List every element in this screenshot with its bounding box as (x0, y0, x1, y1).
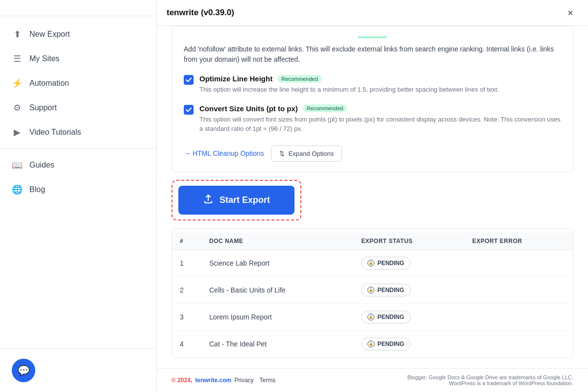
cell-error (465, 330, 573, 357)
check-icon (186, 77, 192, 82)
nofollow-description: Add 'nofollow' attribute to external lin… (184, 44, 561, 65)
sidebar-header (0, 0, 156, 16)
footer-copyright: © 2024, (172, 377, 192, 384)
cell-error (465, 249, 573, 276)
scroll-container[interactable]: Add 'nofollow' attribute to external lin… (157, 26, 588, 368)
cell-num: 2 (172, 276, 201, 303)
status-badge: 🔒 PENDING (361, 284, 411, 296)
pending-icon: 🔒 (368, 260, 374, 267)
cell-error (465, 303, 573, 330)
status-badge: 🔒 PENDING (361, 338, 411, 350)
sidebar-item-my-sites[interactable]: ☰ My Sites (0, 47, 156, 71)
footer-links: Privacy Terms (234, 377, 275, 384)
option-optimize-line-height: Optimize Line Height Recommended This op… (184, 74, 561, 95)
sidebar-item-guides[interactable]: 📖 Guides (0, 153, 156, 177)
expand-icon: ⇅ (279, 150, 285, 157)
cell-doc-name: Science Lab Report (201, 249, 353, 276)
export-section: Start Export (172, 180, 573, 220)
table-row: 3 Lorem Ipsum Report 🔒 PENDING (172, 303, 573, 330)
expand-options-button[interactable]: ⇅ Expand Options (271, 146, 343, 162)
option-title-size-units: Convert Size Units (pt to px) Recommende… (199, 104, 561, 113)
cell-doc-name: Cat - The Ideal Pet (201, 330, 353, 357)
privacy-link[interactable]: Privacy (234, 377, 253, 384)
cell-num: 1 (172, 249, 201, 276)
footer-left: © 2024, tenwrite.com Privacy Terms (172, 377, 275, 384)
sidebar-item-support[interactable]: ⚙ Support (0, 96, 156, 120)
sidebar: ⬆ New Export ☰ My Sites ⚡ Automation ⚙ S… (0, 0, 157, 392)
cell-doc-name: Cells - Basic Units of Life (201, 276, 353, 303)
sidebar-label-support: Support (29, 103, 57, 112)
book-icon: 📖 (12, 160, 23, 171)
col-export-error: EXPORT ERROR (465, 233, 573, 250)
chat-button[interactable]: 💬 (12, 359, 35, 382)
html-cleanup-link[interactable]: → HTML Cleanup Options (184, 149, 264, 157)
check-icon (186, 107, 192, 112)
checkbox-optimize-line-height[interactable] (184, 75, 194, 85)
chat-icon: 💬 (18, 365, 30, 376)
table-row: 2 Cells - Basic Units of Life 🔒 PENDING (172, 276, 573, 303)
globe-icon: 🌐 (12, 184, 23, 195)
options-section: Add 'nofollow' attribute to external lin… (172, 26, 573, 172)
option-desc-line-height: This option will increase the line heigh… (199, 85, 561, 95)
option-convert-size-units: Convert Size Units (pt to px) Recommende… (184, 104, 561, 134)
main-content: tenwrite (v0.39.0) × Add 'nofollow' attr… (157, 0, 588, 392)
table-row: 1 Science Lab Report 🔒 PENDING (172, 249, 573, 276)
sidebar-footer: 💬 (0, 348, 156, 392)
automation-icon: ⚡ (12, 78, 23, 89)
upload-icon: ⬆ (12, 29, 23, 40)
sidebar-item-new-export[interactable]: ⬆ New Export (0, 22, 156, 47)
cell-error (465, 276, 573, 303)
sidebar-label-blog: Blog (29, 185, 45, 194)
list-icon: ☰ (12, 53, 23, 64)
export-table-container: # DOC NAME EXPORT STATUS EXPORT ERROR 1 … (172, 228, 573, 358)
checkbox-convert-size-units[interactable] (184, 105, 194, 115)
sidebar-label-automation: Automation (29, 79, 69, 88)
status-badge: 🔒 PENDING (361, 257, 411, 270)
start-export-button[interactable]: Start Export (178, 186, 294, 215)
cell-status: 🔒 PENDING (353, 249, 465, 276)
main-header: tenwrite (v0.39.0) × (157, 0, 588, 26)
cell-status: 🔒 PENDING (353, 330, 465, 357)
cleanup-row: → HTML Cleanup Options ⇅ Expand Options (184, 144, 561, 162)
table-row: 4 Cat - The Ideal Pet 🔒 PENDING (172, 330, 573, 357)
col-export-status: EXPORT STATUS (353, 233, 465, 250)
footer-disclaimer: Blogger, Google Docs & Google Drive are … (402, 374, 573, 386)
sidebar-label-guides: Guides (29, 161, 54, 170)
support-icon: ⚙ (12, 102, 23, 113)
badge-recommended-line-height: Recommended (277, 75, 322, 83)
table-header-row: # DOC NAME EXPORT STATUS EXPORT ERROR (172, 233, 573, 250)
option-content-size-units: Convert Size Units (pt to px) Recommende… (199, 104, 561, 134)
sidebar-item-blog[interactable]: 🌐 Blog (0, 177, 156, 202)
start-export-wrapper: Start Export (172, 180, 301, 220)
sidebar-item-automation[interactable]: ⚡ Automation (0, 71, 156, 96)
nav-divider (0, 148, 156, 149)
pending-icon: 🔒 (368, 341, 374, 347)
export-table: # DOC NAME EXPORT STATUS EXPORT ERROR 1 … (172, 233, 573, 357)
content-panel: Add 'nofollow' attribute to external lin… (157, 26, 588, 368)
sidebar-item-video-tutorials[interactable]: ▶ Video Tutorials (0, 120, 156, 145)
option-content-line-height: Optimize Line Height Recommended This op… (199, 74, 561, 95)
cell-num: 4 (172, 330, 201, 357)
option-title-line-height: Optimize Line Height Recommended (199, 74, 561, 83)
sidebar-label-new-export: New Export (29, 30, 70, 39)
cell-status: 🔒 PENDING (353, 276, 465, 303)
app-title: tenwrite (v0.39.0) (167, 8, 234, 18)
col-number: # (172, 233, 201, 250)
status-badge: 🔒 PENDING (361, 311, 411, 323)
col-doc-name: DOC NAME (201, 233, 353, 250)
cell-num: 3 (172, 303, 201, 330)
terms-link[interactable]: Terms (260, 377, 276, 384)
export-upload-icon (203, 194, 214, 207)
option-desc-size-units: This option will convert font sizes from… (199, 115, 561, 134)
pending-icon: 🔒 (368, 314, 374, 320)
pending-icon: 🔒 (368, 287, 374, 294)
badge-recommended-size-units: Recommended (303, 104, 347, 112)
footer-domain: tenwrite.com (195, 377, 231, 384)
sidebar-label-video-tutorials: Video Tutorials (29, 128, 81, 137)
sidebar-label-my-sites: My Sites (29, 54, 59, 63)
footer: © 2024, tenwrite.com Privacy Terms Blogg… (157, 368, 588, 392)
sidebar-nav: ⬆ New Export ☰ My Sites ⚡ Automation ⚙ S… (0, 16, 156, 348)
close-button[interactable]: × (563, 5, 578, 21)
play-icon: ▶ (12, 127, 23, 138)
cell-status: 🔒 PENDING (353, 303, 465, 330)
